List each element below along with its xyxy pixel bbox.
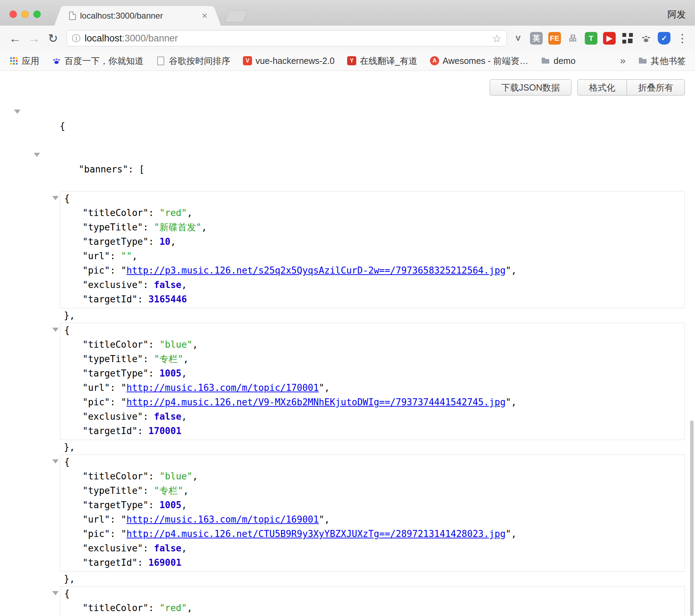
json-string-value: "新碟首发" xyxy=(154,222,201,232)
new-tab-button[interactable] xyxy=(224,10,248,22)
json-quote: " xyxy=(121,529,127,539)
json-array-item: {"titleColor": "blue","typeTitle": "专栏",… xyxy=(60,454,695,586)
scrollbar-thumb[interactable] xyxy=(690,420,694,616)
json-colon: : xyxy=(110,514,121,525)
collapse-toggle-icon[interactable] xyxy=(14,110,20,114)
json-key: "pic" xyxy=(82,265,110,276)
vimium-icon[interactable]: V xyxy=(512,32,524,45)
bookmark-label: Awesomes - 前端资… xyxy=(443,55,528,67)
format-button[interactable]: 格式化 xyxy=(577,79,627,96)
folder-icon xyxy=(638,56,647,65)
json-url-link[interactable]: http://music.163.com/m/topic/170001 xyxy=(126,382,319,393)
profile-name[interactable]: 阿发 xyxy=(668,8,686,21)
forward-icon[interactable]: → xyxy=(26,30,42,46)
browser-menu-icon[interactable]: ⋮ xyxy=(677,32,688,45)
json-url-link[interactable]: http://p4.music.126.net/CTU5B9R9y3XyYBZX… xyxy=(126,529,505,539)
banners-key-line: "banners": [ xyxy=(0,148,695,191)
download-json-button[interactable]: 下载JSON数据 xyxy=(490,79,571,96)
bookmark-item[interactable]: Y在线翻译_有道 xyxy=(347,55,417,67)
bookmark-item[interactable]: demo xyxy=(541,56,576,66)
browser-tab[interactable]: localhost:3000/banner × xyxy=(62,6,213,26)
json-quote: " xyxy=(121,397,127,407)
browser-window: { "window": { "profile_name": "阿发" }, "t… xyxy=(0,0,695,616)
bookmark-item[interactable]: 百度一下，你就知道 xyxy=(52,55,144,67)
org-chart-icon[interactable]: 品 xyxy=(567,32,579,45)
json-object-box: {"titleColor": "red","typeTitle": "新碟首发"… xyxy=(60,191,685,308)
json-comma: , xyxy=(187,208,192,218)
json-array-item: {"titleColor": "red","typeTitle": "新碟首发"… xyxy=(60,191,695,323)
bookmark-star-icon[interactable]: ☆ xyxy=(492,32,502,45)
json-page-toolbar: 下载JSON数据 格式化 折叠所有 xyxy=(0,71,695,96)
json-colon: : xyxy=(148,603,159,613)
json-property-line: "typeTitle": "新碟首发", xyxy=(64,220,684,235)
json-property-line: "url": "http://music.163.com/m/topic/169… xyxy=(64,512,684,527)
object-close-brace: }, xyxy=(60,440,685,454)
collapse-toggle-icon[interactable] xyxy=(34,153,40,157)
json-array-item: {"titleColor": "red","typeTitle": "歌单","… xyxy=(60,586,695,616)
json-banners-list: {"titleColor": "red","typeTitle": "新碟首发"… xyxy=(0,191,695,616)
youdao-icon: Y xyxy=(347,56,356,65)
json-number-value: 10 xyxy=(159,236,170,247)
zoom-window-button[interactable] xyxy=(33,11,41,18)
bookmark-item[interactable]: AAwesomes - 前端资… xyxy=(430,55,528,67)
json-key: "typeTitle" xyxy=(82,485,143,496)
tampermonkey-icon[interactable]: T xyxy=(585,32,597,45)
reload-icon[interactable]: ↻ xyxy=(45,30,61,46)
bookmarks-overflow-icon[interactable]: » xyxy=(620,55,626,66)
json-key: "exclusive" xyxy=(82,280,143,290)
json-number-value: 1005 xyxy=(159,368,181,379)
json-url-link[interactable]: http://music.163.com/m/topic/169001 xyxy=(126,514,319,525)
json-key: "targetType" xyxy=(82,368,148,379)
root-open-line: { xyxy=(0,105,695,148)
json-string-value: "专栏" xyxy=(154,354,183,364)
json-boolean-value: false xyxy=(154,543,181,553)
bookmark-item[interactable]: 谷歌按时间排序 xyxy=(156,55,230,67)
json-property-line: "titleColor": "red", xyxy=(64,206,684,220)
json-property-line: "pic": "http://p3.music.126.net/s25q2x5Q… xyxy=(64,263,684,278)
bookmark-item[interactable]: Vvue-hackernews-2.0 xyxy=(243,56,335,66)
security-shield-icon[interactable]: ✓ xyxy=(658,32,670,45)
collapse-toggle-icon[interactable] xyxy=(52,328,59,332)
json-comma: , xyxy=(181,411,187,422)
back-icon[interactable]: ← xyxy=(7,30,23,46)
json-property-line: "targetType": 10, xyxy=(64,235,684,249)
json-url-link[interactable]: http://p4.music.126.net/V9-MXz6b2MNhEKju… xyxy=(126,397,505,407)
minimize-window-button[interactable] xyxy=(21,11,29,18)
json-comma: , xyxy=(181,368,187,379)
collapse-all-button[interactable]: 折叠所有 xyxy=(627,79,685,96)
collapse-toggle-icon[interactable] xyxy=(52,591,59,595)
json-property-line: "typeTitle": "专栏", xyxy=(64,484,684,498)
collapse-toggle-icon[interactable] xyxy=(52,196,59,200)
json-string-value: "专栏" xyxy=(154,485,183,496)
json-colon: : xyxy=(143,222,154,232)
url-path: :3000/banner xyxy=(122,33,178,44)
qrcode-icon[interactable] xyxy=(621,32,634,45)
site-info-icon[interactable]: ⓘ xyxy=(72,33,80,44)
fe-icon[interactable]: FE xyxy=(548,32,561,45)
json-object: {"titleColor": "red","typeTitle": "新碟首发"… xyxy=(60,191,685,323)
bookmark-label: 百度一下，你就知道 xyxy=(65,55,144,67)
json-comma: , xyxy=(192,339,198,350)
json-property-line: "exclusive": false, xyxy=(64,409,684,424)
object-open-brace: { xyxy=(64,323,684,338)
json-colon: : xyxy=(110,251,121,261)
bookmark-item[interactable]: 应用 xyxy=(9,55,39,67)
tab-close-icon[interactable]: × xyxy=(202,11,207,21)
bookmark-label: demo xyxy=(554,56,576,66)
json-object: {"titleColor": "blue","typeTitle": "专栏",… xyxy=(60,454,685,586)
json-property-line: "typeTitle": "专栏", xyxy=(64,352,684,366)
other-bookmarks[interactable]: 其他书签 xyxy=(638,55,686,67)
json-url-link[interactable]: http://p3.music.126.net/s25q2x5QyqsAzilC… xyxy=(126,265,505,276)
address-bar[interactable]: ⓘ localhost:3000/banner ☆ xyxy=(67,30,507,46)
paw-icon[interactable] xyxy=(640,32,652,45)
collapse-toggle-icon[interactable] xyxy=(52,459,59,464)
json-property-line: "titleColor": "blue", xyxy=(64,338,684,352)
vue-icon: V xyxy=(243,56,252,65)
json-colon: : xyxy=(148,500,159,510)
video-icon[interactable]: ▶ xyxy=(603,32,616,45)
url-text[interactable]: localhost:3000/banner xyxy=(85,33,488,44)
close-window-button[interactable] xyxy=(9,11,17,18)
json-comma: , xyxy=(181,500,187,510)
dict-icon[interactable]: 英 xyxy=(530,32,543,45)
json-property-line: "targetType": 1005, xyxy=(64,366,684,381)
